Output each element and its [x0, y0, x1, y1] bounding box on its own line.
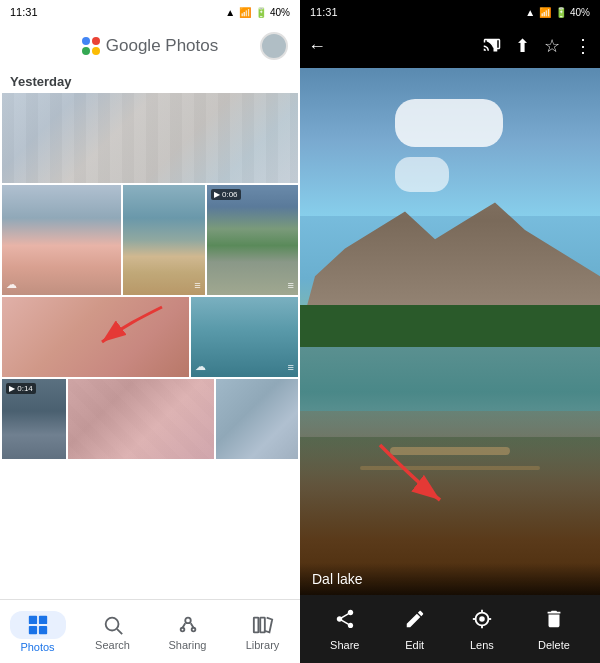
share-icon	[334, 608, 356, 635]
dal-lake-image: Dal lake	[300, 68, 600, 595]
svg-rect-2	[38, 615, 46, 623]
user-avatar[interactable]	[260, 32, 288, 60]
photo-cell-9[interactable]	[216, 379, 298, 459]
more-options-icon[interactable]: ⋮	[574, 35, 592, 57]
nav-sharing[interactable]: Sharing	[150, 600, 225, 663]
svg-point-8	[180, 627, 184, 631]
app-title: Google Photos	[106, 36, 218, 56]
menu-icon-3: ≡	[288, 361, 294, 373]
lens-label: Lens	[470, 639, 494, 651]
delete-label: Delete	[538, 639, 570, 651]
status-icons-left: ▲ 📶 🔋 40%	[225, 7, 290, 18]
photo-cell-8[interactable]	[68, 379, 214, 459]
edit-label: Edit	[405, 639, 424, 651]
photo-cell-6[interactable]: ☁ ≡	[191, 297, 298, 377]
lens-icon	[471, 608, 493, 635]
video-badge-2: ▶ 0:14	[6, 383, 36, 394]
nav-search[interactable]: Search	[75, 600, 150, 663]
svg-point-14	[479, 616, 485, 622]
dot-green	[82, 47, 90, 55]
nav-library-label: Library	[246, 639, 280, 651]
right-panel: 11:31 ▲ 📶 🔋 40% ← ⬆ ☆ ⋮	[300, 0, 600, 663]
nav-library[interactable]: Library	[225, 600, 300, 663]
edit-icon	[404, 608, 426, 635]
cloud-icon: ☁	[6, 278, 17, 291]
photos-icon	[26, 613, 50, 637]
photo-viewer-main[interactable]: Dal lake	[300, 68, 600, 595]
delete-icon	[543, 608, 565, 635]
status-icons-right: ▲ 📶 🔋 40%	[525, 7, 590, 18]
svg-point-9	[191, 627, 195, 631]
toolbar-left: ←	[308, 36, 326, 57]
edit-action[interactable]: Edit	[404, 608, 426, 651]
nav-photos-icon-bg	[10, 611, 66, 639]
app-header: Google Photos	[0, 24, 300, 68]
share-label: Share	[330, 639, 359, 651]
toolbar-right: ⬆ ☆ ⋮	[483, 35, 592, 58]
nav-sharing-label: Sharing	[169, 639, 207, 651]
share-action[interactable]: Share	[330, 608, 359, 651]
photo-cell-1[interactable]	[2, 93, 298, 183]
grid-row-4: ▶ 0:14	[2, 379, 298, 459]
svg-line-6	[117, 629, 122, 634]
menu-icon: ≡	[194, 279, 200, 291]
search-icon	[101, 613, 125, 637]
cloud-icon-2: ☁	[195, 360, 206, 373]
menu-icon-2: ≡	[288, 279, 294, 291]
sharing-icon	[176, 613, 200, 637]
photo-grid: ☁ ≡ ▶ 0:06 ≡ ☁ ≡	[0, 93, 300, 599]
svg-rect-1	[28, 615, 36, 623]
photo-cell-3[interactable]: ≡	[123, 185, 205, 295]
svg-rect-4	[38, 625, 46, 633]
svg-rect-10	[253, 617, 258, 632]
time-left: 11:31	[10, 6, 38, 18]
cloud-upload-icon[interactable]: ⬆	[515, 35, 530, 57]
photo-cell-4[interactable]: ▶ 0:06 ≡	[207, 185, 298, 295]
status-bar-right: 11:31 ▲ 📶 🔋 40%	[300, 0, 600, 24]
bottom-nav: Photos Search Sharing	[0, 599, 300, 663]
section-label: Yesterday	[0, 68, 300, 93]
delete-action[interactable]: Delete	[538, 608, 570, 651]
logo-icon	[82, 37, 100, 55]
google-photos-logo: Google Photos	[82, 36, 218, 56]
grid-row-3: ☁ ≡	[2, 297, 298, 377]
clouds-layer	[390, 94, 570, 173]
red-arrow-2	[330, 435, 490, 515]
cast-icon[interactable]	[483, 35, 501, 58]
nav-photos-label: Photos	[20, 641, 54, 653]
grid-row-1	[2, 93, 298, 183]
dot-blue	[82, 37, 90, 45]
trees-layer	[300, 305, 600, 347]
photo-cell-2[interactable]: ☁	[2, 185, 121, 295]
nav-search-label: Search	[95, 639, 130, 651]
left-panel: 11:31 ▲ 📶 🔋 40% Google Photos Yesterday	[0, 0, 300, 663]
time-right: 11:31	[310, 6, 338, 18]
grid-row-2: ☁ ≡ ▶ 0:06 ≡	[2, 185, 298, 295]
dot-red	[92, 37, 100, 45]
dot-yellow	[92, 47, 100, 55]
svg-point-7	[185, 617, 191, 623]
back-button[interactable]: ←	[308, 36, 326, 57]
favorite-icon[interactable]: ☆	[544, 35, 560, 57]
photo-caption: Dal lake	[300, 563, 600, 595]
video-badge: ▶ 0:06	[211, 189, 241, 200]
photo-cell-5[interactable]	[2, 297, 189, 377]
nav-photos[interactable]: Photos	[0, 600, 75, 663]
status-bar-left: 11:31 ▲ 📶 🔋 40%	[0, 0, 300, 24]
svg-rect-3	[28, 625, 36, 633]
lens-action[interactable]: Lens	[470, 608, 494, 651]
photo-cell-7[interactable]: ▶ 0:14	[2, 379, 66, 459]
viewer-bottom-bar: Share Edit Lens	[300, 595, 600, 663]
viewer-toolbar: ← ⬆ ☆ ⋮	[300, 24, 600, 68]
library-icon	[251, 613, 275, 637]
svg-point-5	[105, 617, 118, 630]
